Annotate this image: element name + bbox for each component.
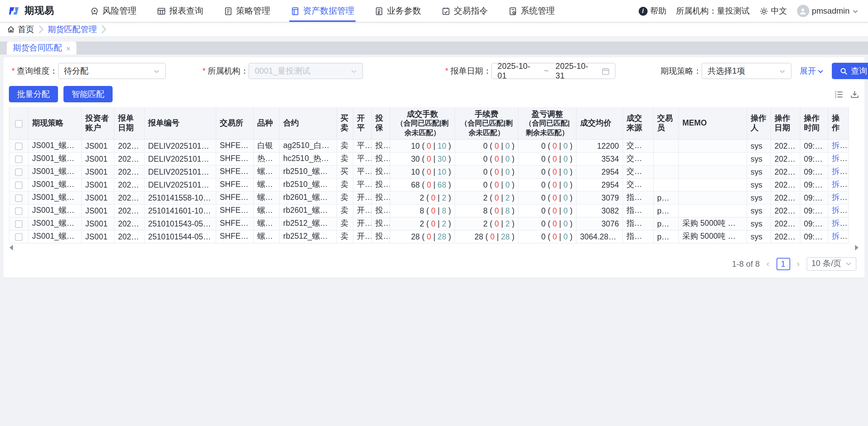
row-checkbox[interactable] bbox=[15, 220, 23, 228]
nav-item-label: 风险管理 bbox=[102, 5, 136, 17]
cell-action: 拆分 bbox=[828, 204, 849, 217]
report-icon bbox=[157, 6, 166, 15]
chevron-down-icon bbox=[351, 68, 357, 74]
date-from[interactable]: 2025-10-01 bbox=[497, 61, 537, 80]
nav-item-strategy[interactable]: 策略管理 bbox=[222, 0, 272, 22]
top-navbar: 期现易 风险管理报表查询策略管理资产数据管理业务参数交易指令系统管理 i 帮助 … bbox=[0, 0, 868, 22]
split-link[interactable]: 拆分 bbox=[832, 219, 848, 227]
nav-item-params[interactable]: 业务参数 bbox=[373, 0, 422, 22]
cell-op_date: 20251016 bbox=[771, 139, 800, 152]
expand-toggle[interactable]: 展开 bbox=[800, 65, 824, 77]
row-checkbox[interactable] bbox=[15, 181, 23, 189]
cell-op_time: 09:02:02 bbox=[800, 204, 828, 217]
app-logo: 期现易 bbox=[8, 5, 89, 17]
cell-contract: ag2510_白银2510 bbox=[279, 139, 337, 152]
current-page-button[interactable]: 1 bbox=[776, 258, 790, 270]
row-checkbox[interactable] bbox=[15, 156, 23, 163]
split-link[interactable]: 拆分 bbox=[832, 167, 848, 175]
cell-select bbox=[9, 217, 28, 230]
nav-item-system[interactable]: 系统管理 bbox=[507, 0, 556, 22]
column-header-source: 成交来源 bbox=[623, 107, 653, 139]
split-link[interactable]: 拆分 bbox=[832, 180, 848, 188]
column-settings-button[interactable] bbox=[835, 90, 843, 99]
split-link[interactable]: 拆分 bbox=[832, 154, 848, 162]
prev-page-button[interactable]: ‹ bbox=[765, 259, 771, 269]
scroll-right-icon[interactable] bbox=[855, 245, 858, 250]
smart-match-button[interactable]: 智能匹配 bbox=[63, 86, 113, 102]
split-link[interactable]: 拆分 bbox=[832, 232, 848, 240]
cell-order_date: 20251014 bbox=[114, 191, 144, 204]
search-button[interactable]: 查询 bbox=[832, 63, 868, 79]
cell-source: 交割了结 bbox=[623, 165, 653, 178]
tab-close-icon[interactable]: × bbox=[66, 44, 71, 52]
user-menu[interactable]: pmsadmin bbox=[797, 5, 858, 17]
help-button[interactable]: i 帮助 bbox=[638, 5, 666, 17]
column-header-hedge: 投保 bbox=[372, 107, 390, 139]
row-checkbox[interactable] bbox=[15, 207, 23, 215]
cell-pnl: 0 ( 0 | 0 ) bbox=[518, 152, 576, 165]
date-filter-label: 报单日期： bbox=[445, 65, 491, 77]
row-checkbox[interactable] bbox=[15, 168, 23, 176]
chevron-down-icon bbox=[779, 68, 785, 74]
row-checkbox[interactable] bbox=[15, 233, 23, 241]
column-header-avg_price: 成交均价 bbox=[576, 107, 623, 139]
main-nav: 风险管理报表查询策略管理资产数据管理业务参数交易指令系统管理 bbox=[89, 0, 556, 22]
cell-select bbox=[9, 152, 28, 165]
cell-pnl: 0 ( 0 | 0 ) bbox=[518, 139, 576, 152]
table-row: JS001_螺纹钢期现JS001202510142510141558-1020-… bbox=[9, 191, 849, 204]
cell-action: 拆分 bbox=[828, 217, 849, 230]
page-size-select[interactable]: 10 条/页 bbox=[807, 257, 856, 270]
cell-lots: 2 ( 0 | 2 ) bbox=[390, 191, 455, 204]
chevron-down-icon bbox=[845, 261, 852, 267]
cell-fee: 0 ( 0 | 0 ) bbox=[455, 152, 518, 165]
language-switch[interactable]: 中文 bbox=[759, 5, 787, 17]
cell-source: 交割了结 bbox=[623, 178, 653, 191]
strategy-filter-label: 期现策略： bbox=[661, 65, 701, 77]
cell-contract: rb2512_螺纹钢2512 bbox=[279, 217, 337, 230]
nav-item-command[interactable]: 交易指令 bbox=[440, 0, 489, 22]
cell-operator: sys bbox=[747, 191, 771, 204]
horizontal-scrollbar bbox=[9, 243, 859, 251]
next-page-button[interactable]: › bbox=[795, 259, 801, 269]
cell-trader: pmsjyy1 bbox=[653, 230, 679, 243]
cell-avg_price: 3534 bbox=[576, 152, 623, 165]
split-link[interactable]: 拆分 bbox=[832, 206, 848, 214]
order-date-range-input[interactable]: 2025-10-01 ~ 2025-10-31 bbox=[491, 63, 616, 79]
cell-exchange: SHFE_上期所 bbox=[216, 139, 254, 152]
column-header-trader: 交易员 bbox=[653, 107, 679, 139]
cell-fee: 0 ( 0 | 0 ) bbox=[455, 165, 518, 178]
row-checkbox[interactable] bbox=[15, 194, 23, 202]
cell-variety: 热轧卷板 bbox=[254, 152, 279, 165]
tab-strip: 期货合同匹配 × bbox=[0, 42, 868, 55]
cell-exchange: SHFE_上期所 bbox=[216, 152, 254, 165]
breadcrumb-current[interactable]: 期货匹配管理 bbox=[48, 24, 97, 35]
tab-futures-contract-matching[interactable]: 期货合同匹配 × bbox=[7, 42, 77, 55]
cell-side: 卖 bbox=[337, 178, 353, 191]
cell-lots: 68 ( 0 | 68 ) bbox=[390, 178, 455, 191]
nav-item-asset[interactable]: 资产数据管理 bbox=[289, 0, 356, 22]
cell-op_date: 20251016 bbox=[771, 178, 800, 191]
cell-operator: sys bbox=[747, 139, 771, 152]
nav-item-risk[interactable]: 风险管理 bbox=[89, 0, 138, 22]
select-all-checkbox[interactable] bbox=[15, 120, 23, 127]
column-header-memo: MEMO bbox=[679, 107, 747, 139]
batch-allocate-button[interactable]: 批量分配 bbox=[9, 86, 58, 102]
cell-trader: pmsjyy1 bbox=[653, 191, 679, 204]
row-checkbox[interactable] bbox=[15, 143, 23, 150]
table-row: JS001_螺纹钢期现JS001202510102510101543-0589-… bbox=[9, 217, 849, 230]
date-to[interactable]: 2025-10-31 bbox=[555, 61, 595, 80]
table-row: JS001_螺纹钢期现JS001202510102510101544-0590-… bbox=[9, 230, 849, 243]
table-header-row: 期现策略投资者账户报单日期报单编号交易所品种合约买卖开平投保成交手数（合同已匹配… bbox=[9, 107, 849, 139]
nav-item-report[interactable]: 报表查询 bbox=[156, 0, 205, 22]
export-button[interactable] bbox=[850, 90, 859, 99]
strategy-select[interactable]: 共选择1项 bbox=[701, 63, 792, 79]
cell-strategy: JS001_螺纹钢期现 bbox=[28, 217, 82, 230]
scroll-left-icon[interactable] bbox=[10, 245, 13, 250]
dimension-select[interactable]: 待分配 bbox=[58, 63, 165, 79]
split-link[interactable]: 拆分 bbox=[832, 193, 848, 201]
cell-operator: sys bbox=[747, 204, 771, 217]
split-link[interactable]: 拆分 bbox=[832, 141, 848, 149]
cell-fee: 0 ( 0 | 0 ) bbox=[455, 178, 518, 191]
cell-select bbox=[9, 178, 28, 191]
breadcrumb-home[interactable]: 首页 bbox=[7, 24, 34, 35]
